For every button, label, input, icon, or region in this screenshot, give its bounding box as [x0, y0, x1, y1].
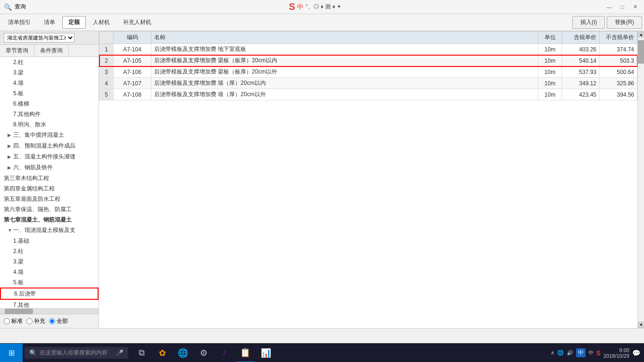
tree-item-ch4[interactable]: 第四章金属结构工程 — [0, 183, 99, 194]
taskbar-date: 2018/10/29 — [603, 353, 629, 359]
row-code: A7-106 — [114, 66, 151, 78]
tab-buchong-rencaiji[interactable]: 补充人材机 — [117, 16, 157, 29]
table-wrapper: 编码 名称 单位 含税单价 不含税单价 1 A7-104 后浇带模板及支撑增加费… — [99, 31, 637, 328]
sidebar-tree[interactable]: 2.柱 3.梁 4.墙 5.板 6.楼梯 7.其他构件 8.明沟、散水 ▶三、集… — [0, 57, 99, 308]
taskbar-antivirus-icon: S — [596, 349, 601, 357]
sidebar-scroll-h[interactable] — [0, 308, 99, 314]
tree-item-zhu1[interactable]: 2.柱 — [0, 57, 99, 67]
tree-item-qita2[interactable]: 7.其他 — [0, 300, 99, 308]
tree-item-jiaobanzhu[interactable]: ▶三、集中搅拌混凝土 — [0, 130, 99, 140]
main-layout: 湖北省房屋建筑与装饰工程消耗量定 章节查询 条件查询 2.柱 3.梁 4.墙 5… — [0, 31, 644, 328]
tab-rencaiji[interactable]: 人材机 — [87, 16, 116, 29]
row-price-tax: 403.26 — [562, 44, 600, 55]
scroll-thumb[interactable] — [638, 40, 644, 64]
table-row[interactable]: 2 A7-105 后浇带模板及支撑增加费 梁板（板厚）20cm以内 10m 54… — [99, 55, 637, 66]
taskbar-app-ie[interactable]: 🌐 — [173, 344, 192, 362]
mic-icon: 🎤 — [116, 349, 124, 356]
tree-item-jichu[interactable]: 1.基础 — [0, 236, 99, 246]
row-name: 后浇带模板及支撑增加费 梁板（板厚）20cm以外 — [151, 66, 538, 78]
minimize-button[interactable]: — — [604, 3, 614, 11]
logo-s-icon: S — [289, 1, 295, 12]
tree-item-liang1[interactable]: 3.梁 — [0, 67, 99, 78]
taskbar-volume-icon[interactable]: 🔊 — [567, 350, 573, 356]
taskbar-locale-label: 中 — [576, 348, 586, 357]
tree-item-zhu2[interactable]: 2.柱 — [0, 246, 99, 256]
row-unit: 10m — [538, 44, 562, 55]
tree-item-louti[interactable]: 6.楼梯 — [0, 99, 99, 109]
tree-item-ban2[interactable]: 5.板 — [0, 277, 99, 288]
tab-qingdan[interactable]: 清单 — [38, 16, 61, 29]
row-price-notax: 374.74 — [600, 44, 637, 55]
tree-item-ch3[interactable]: 第三章木结构工程 — [0, 173, 99, 183]
taskbar-search-placeholder: 在这里输入你要搜索的内容 — [40, 349, 107, 357]
data-table: 编码 名称 单位 含税单价 不含税单价 1 A7-104 后浇带模板及支撑增加费… — [99, 31, 637, 100]
table-row[interactable]: 3 A7-106 后浇带模板及支撑增加费 梁板（板厚）20cm以外 10m 53… — [99, 66, 637, 78]
table-row[interactable]: 1 A7-104 后浇带模板及支撑增加费 地下室底板 10m 403.26 37… — [99, 44, 637, 55]
taskbar: ⊞ 🔍 在这里输入你要搜索的内容 🎤 ⧉ ✿ 🌐 ⚙ ♪ 📋 📊 ∧ 🌐 🔊 中… — [0, 343, 644, 362]
scroll-down-btn[interactable]: ▼ — [638, 321, 644, 328]
col-header-name: 名称 — [151, 32, 538, 44]
start-button[interactable]: ⊞ — [0, 344, 23, 362]
taskbar-app-taskview[interactable]: ⧉ — [132, 344, 151, 362]
close-button[interactable]: ✕ — [631, 3, 640, 11]
radio-all[interactable]: 全部 — [49, 317, 68, 325]
tree-item-ch6[interactable]: 第六章保温、隔热、防腐工 — [0, 204, 99, 214]
table-row[interactable]: 5 A7-108 后浇带模板及支撑增加费 墙（厚）20cm以外 10m 423.… — [99, 89, 637, 100]
col-header-price-notax: 不含税单价 — [600, 32, 637, 44]
title-bar-title: 查询 — [15, 3, 26, 11]
taskbar-app-search-web[interactable]: ⚙ — [194, 344, 213, 362]
row-unit: 10m — [538, 66, 562, 78]
title-bar-left: 🔍 查询 — [4, 3, 26, 11]
tree-item-ban1[interactable]: 5.板 — [0, 88, 99, 99]
table-row[interactable]: 4 A7-107 后浇带模板及支撑增加费 墙（厚）20cm以内 10m 349.… — [99, 78, 637, 89]
search-icon: 🔍 — [29, 349, 37, 356]
tree-item-jietou[interactable]: ▶五、混凝土构件接头灌缝 — [0, 151, 99, 162]
toolbar: 清单指引 清单 定额 人材机 补充人材机 插入(I) 替换(R) — [0, 14, 644, 31]
col-header-price-tax: 含税单价 — [562, 32, 600, 44]
tree-item-houzudai[interactable]: 6.后浇带 — [0, 288, 99, 300]
scroll-up-btn[interactable]: ▲ — [638, 31, 644, 38]
row-num: 3 — [99, 66, 114, 78]
windows-icon: ⊞ — [8, 348, 15, 357]
row-price-tax: 349.12 — [562, 78, 600, 89]
tree-item-ch5[interactable]: 第五章屋面及防水工程 — [0, 194, 99, 204]
taskbar-app-groove[interactable]: ♪ — [215, 344, 234, 362]
row-price-tax: 537.93 — [562, 66, 600, 78]
taskbar-right: ∧ 🌐 🔊 中 中 S 8:00 2018/10/29 💬 — [551, 347, 644, 359]
tree-item-qiang2[interactable]: 4.墙 — [0, 267, 99, 277]
tab-qingdan-zhiyin[interactable]: 清单指引 — [2, 16, 37, 29]
notification-icon[interactable]: 💬 — [632, 349, 640, 357]
taskbar-app-tool[interactable]: 📊 — [256, 344, 275, 362]
sidebar-tab-chapter[interactable]: 章节查询 — [0, 45, 34, 57]
maximize-button[interactable]: □ — [618, 3, 627, 11]
taskbar-arrow-icon[interactable]: ∧ — [551, 350, 554, 356]
taskbar-search-box[interactable]: 🔍 在这里输入你要搜索的内容 🎤 — [25, 347, 128, 359]
tree-item-gangjin[interactable]: ▶六、钢筋及铁件 — [0, 162, 99, 173]
insert-button[interactable]: 插入(I) — [572, 16, 605, 29]
sidebar-bottom: 标准 补充 全部 — [0, 314, 99, 328]
scrollbar-vertical[interactable]: ▲ ▼ — [637, 31, 644, 328]
row-num: 1 — [99, 44, 114, 55]
tree-item-yuzhi[interactable]: ▶四、预制混凝土构件成品 — [0, 140, 99, 151]
tab-dinee[interactable]: 定额 — [62, 16, 86, 29]
taskbar-app-active[interactable]: 📋 — [236, 344, 255, 362]
tree-item-xianjiao[interactable]: ▼一、现浇混凝土模板及支 — [0, 225, 99, 236]
tree-item-qiang1[interactable]: 4.墙 — [0, 78, 99, 88]
replace-button[interactable]: 替换(R) — [607, 16, 642, 29]
sidebar-tabs: 章节查询 条件查询 — [0, 45, 99, 57]
taskbar-clock[interactable]: 8:00 2018/10/29 — [603, 347, 629, 359]
tree-item-ch7[interactable]: 第七章混凝土、钢筋混凝土 — [0, 214, 99, 225]
province-select[interactable]: 湖北省房屋建筑与装饰工程消耗量定 — [4, 33, 74, 42]
radio-buchong[interactable]: 补充 — [26, 317, 45, 325]
sidebar-tab-condition[interactable]: 条件查询 — [34, 45, 69, 57]
tree-item-liang2[interactable]: 3.梁 — [0, 256, 99, 267]
tree-item-qita1[interactable]: 7.其他构件 — [0, 109, 99, 119]
row-unit: 10m — [538, 89, 562, 100]
radio-standard[interactable]: 标准 — [4, 317, 23, 325]
row-code: A7-105 — [114, 55, 151, 66]
taskbar-app-browser[interactable]: ✿ — [153, 344, 172, 362]
tree-item-mingou[interactable]: 8.明沟、散水 — [0, 119, 99, 130]
toolbar-actions: 插入(I) 替换(R) — [572, 16, 642, 29]
taskbar-apps: ⧉ ✿ 🌐 ⚙ ♪ 📋 📊 — [132, 344, 275, 362]
row-price-notax: 503.3 — [600, 55, 637, 66]
